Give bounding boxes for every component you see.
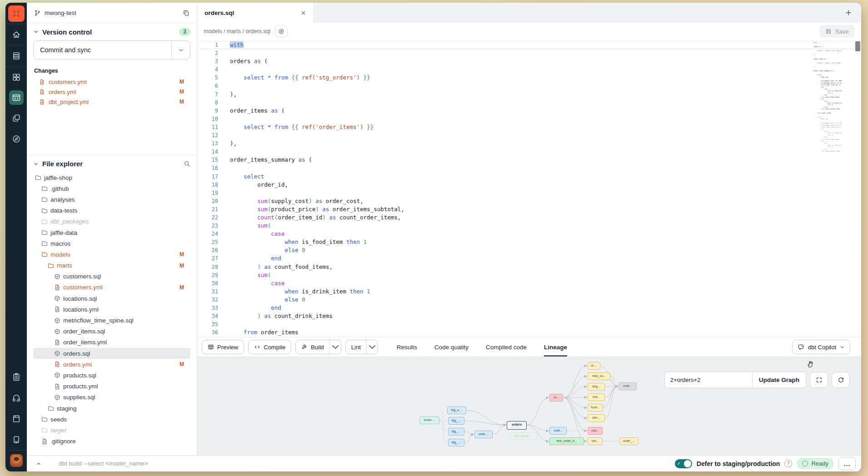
tree-item-orders-yml[interactable]: orders.ymlM — [33, 359, 190, 370]
tab-compiled-code[interactable]: Compiled code — [486, 337, 527, 357]
user-avatar[interactable] — [10, 454, 23, 467]
code-line[interactable]: 12 — [197, 131, 861, 139]
sidebar-item-apps-grid[interactable] — [5, 67, 27, 88]
tree-item-models[interactable]: modelsM — [33, 249, 190, 260]
code-line[interactable]: 7), — [197, 90, 861, 99]
defer-toggle[interactable]: ✓ — [675, 459, 692, 468]
open-in-explore-icon[interactable] — [275, 25, 288, 38]
code-line[interactable]: 33 end — [197, 304, 861, 312]
lineage-node-stg_3[interactable]: stg_.... — [448, 439, 464, 446]
tree-item-target[interactable]: target — [33, 425, 190, 436]
code-line[interactable]: 26 else 0 — [197, 246, 861, 254]
tree-item-staging[interactable]: staging — [33, 403, 190, 414]
sidebar-item-deploy-stack[interactable] — [5, 45, 27, 66]
code-line[interactable]: 24 case — [197, 230, 861, 238]
code-line[interactable]: 21 sum(product_price) as order_items_sub… — [197, 205, 861, 213]
tree-item-order-items-yml[interactable]: order_items.yml — [33, 337, 190, 348]
code-line[interactable]: 18 order_id, — [197, 181, 861, 189]
code-line[interactable]: 8 — [197, 99, 861, 107]
lineage-node-test_order_it[interactable]: test_order_it... — [549, 437, 584, 445]
command-input[interactable]: dbt build --select <model_name> — [59, 460, 148, 467]
chevron-up-icon[interactable] — [36, 461, 41, 466]
search-icon[interactable] — [184, 160, 190, 167]
code-line[interactable]: 13), — [197, 139, 861, 148]
lineage-node-or_pink[interactable]: or... — [549, 394, 563, 402]
sidebar-item-docs-book[interactable] — [5, 408, 27, 429]
lineage-node-y_order2[interactable]: order_... — [619, 437, 639, 445]
tree-item-marts[interactable]: martsM — [33, 260, 190, 271]
tree-item-macros[interactable]: macros — [33, 238, 190, 249]
copy-branch-icon[interactable] — [183, 10, 190, 16]
lineage-node-y_food[interactable]: food... — [588, 404, 603, 412]
file-explorer-header[interactable]: File explorer — [33, 160, 190, 168]
code-line[interactable]: 17 select — [197, 173, 861, 181]
fullscreen-icon[interactable] — [810, 372, 828, 388]
minimap-scroll-thumb[interactable] — [855, 41, 860, 51]
build-options-chevron[interactable] — [330, 342, 341, 352]
version-control-header[interactable]: Version control 3 — [33, 28, 190, 36]
tree-item-products-sql[interactable]: products.sql — [33, 370, 190, 381]
lineage-node-y_ord2[interactable]: ord... — [588, 437, 603, 445]
lineage-node-cust[interactable]: cust... — [549, 427, 567, 435]
lineage-node-y_ord[interactable]: ord... — [588, 393, 605, 401]
code-line[interactable]: 11 select * from {{ ref('order_items') }… — [197, 123, 861, 131]
lineage-node-stg_2[interactable]: stg_.... — [448, 428, 464, 436]
code-line[interactable]: 34 ) as count_drink_items — [197, 312, 861, 320]
tree-item-customers-yml[interactable]: customers.ymlM — [33, 282, 190, 293]
tree-item-locations-yml[interactable]: locations.yml — [33, 304, 190, 315]
code-line[interactable]: 16 — [197, 164, 861, 172]
minimap[interactable]: with orders as ( select * from {{ ref('s… — [813, 42, 842, 155]
compile-button[interactable]: Compile — [248, 340, 291, 354]
lineage-node-y_new_cu[interactable]: new_cu... — [588, 372, 610, 380]
lineage-node-stg_o[interactable]: stg_o.... — [447, 407, 466, 414]
tree-item-products-yml[interactable]: products.yml — [33, 381, 190, 392]
code-line[interactable]: 37 — [197, 337, 861, 337]
lint-options-chevron[interactable] — [367, 342, 378, 352]
sidebar-item-home[interactable] — [5, 24, 27, 45]
code-line[interactable]: 23 sum( — [197, 222, 861, 230]
code-line[interactable]: 36 from order_items — [197, 328, 861, 337]
dbt-copilot-button[interactable]: dbt Copilot — [792, 340, 850, 354]
changed-file-row[interactable]: dbt_project.ymlM — [33, 97, 190, 107]
code-line[interactable]: 27 end — [197, 254, 861, 263]
changed-file-row[interactable]: orders.ymlM — [33, 87, 190, 97]
lineage-filter-input[interactable] — [665, 372, 752, 388]
code-line[interactable]: 22 count(order_item_id) as count_order_i… — [197, 213, 861, 222]
code-line[interactable]: 4 — [197, 65, 861, 74]
tab-orders-sql[interactable]: orders.sql — [197, 3, 314, 23]
lineage-node-y_drin[interactable]: drin... — [588, 414, 605, 422]
code-line[interactable]: 10 — [197, 115, 861, 123]
tree-item-orders-sql[interactable]: orders.sql — [33, 348, 190, 359]
tab-code-quality[interactable]: Code quality — [434, 337, 469, 357]
code-line[interactable]: 1with — [197, 41, 861, 49]
code-line[interactable]: 6 — [197, 82, 861, 90]
tree-item--github[interactable]: .github — [33, 183, 190, 194]
code-line[interactable]: 5 select * from {{ ref('stg_orders') }} — [197, 74, 861, 82]
save-button[interactable]: Save — [819, 25, 855, 38]
changed-file-row[interactable]: customers.ymlM — [33, 77, 190, 87]
new-tab-plus-icon[interactable] — [845, 9, 852, 16]
code-line[interactable]: 30 case — [197, 279, 861, 288]
lineage-node-y_or[interactable]: or.... — [588, 362, 600, 370]
lineage-node-y_larg[interactable]: larg... — [588, 383, 605, 391]
code-line[interactable]: 32 else 0 — [197, 296, 861, 304]
tree-item-jaffle-shop[interactable]: jaffle-shop — [33, 172, 190, 183]
sidebar-item-support-headphones[interactable] — [5, 387, 27, 408]
code-line[interactable]: 19 — [197, 189, 861, 197]
lineage-node-orders[interactable]: orders — [507, 421, 527, 430]
tree-item-locations-sql[interactable]: locations.sql — [33, 293, 190, 304]
dbt-logo-icon[interactable] — [8, 5, 25, 22]
tree-item-supplies-sql[interactable]: supplies.sql — [33, 392, 190, 403]
lineage-node-test_supply[interactable]: test_suppl... — [508, 432, 537, 440]
help-icon[interactable]: ? — [784, 460, 792, 467]
close-tab-icon[interactable] — [300, 10, 306, 16]
lineage-node-gray_orde[interactable]: orde... — [619, 382, 637, 390]
lineage-node-ecom[interactable]: ecom.... — [419, 416, 439, 424]
tree-item--gitignore[interactable]: .gitignore — [33, 436, 190, 447]
tree-item-analyses[interactable]: analyses — [33, 194, 190, 205]
sidebar-item-explore-compass[interactable] — [5, 129, 27, 149]
code-line[interactable]: 3orders as ( — [197, 57, 861, 65]
refresh-icon[interactable] — [832, 372, 850, 388]
tree-item-metricflow-time-spine-sql[interactable]: metricflow_time_spine.sql — [33, 315, 190, 326]
build-button[interactable]: Build — [295, 340, 341, 354]
